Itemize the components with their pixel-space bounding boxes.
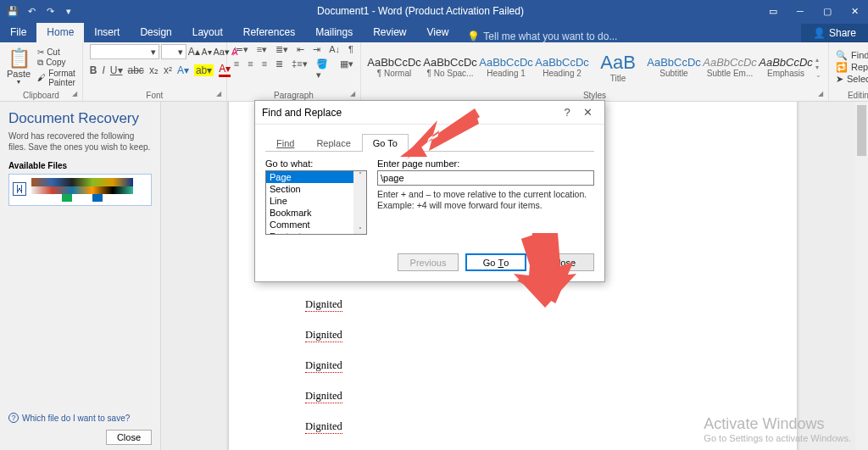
dialog-tab-goto[interactable]: Go To	[362, 134, 409, 152]
justify-icon[interactable]: ≣	[275, 58, 283, 81]
dialog-close-icon[interactable]: ✕	[577, 106, 598, 119]
dialog-tabs: Find Replace Go To	[265, 133, 594, 152]
minimize-icon[interactable]: ─	[787, 0, 814, 22]
italic-button[interactable]: I	[103, 64, 105, 76]
style-normal[interactable]: AaBbCcDc¶ Normal	[368, 47, 420, 87]
chevron-down-icon[interactable]: ˅	[359, 226, 362, 234]
style-heading2[interactable]: AaBbCcDcHeading 2	[536, 47, 588, 87]
format-painter-button[interactable]: 🖌Format Painter	[37, 69, 75, 87]
align-left-icon[interactable]: ≡	[234, 58, 239, 81]
bullets-icon[interactable]: ≔▾	[234, 44, 248, 55]
paste-button[interactable]: 📋 Paste ▼	[7, 48, 31, 86]
group-font: ▾ ▾ A▴ A▾ Aa▾ A̷ B I U▾ abc x₂ x² A▾ ab▾…	[83, 42, 227, 101]
sort-icon[interactable]: A↓	[329, 44, 340, 55]
styles-gallery[interactable]: AaBbCcDc¶ Normal AaBbCcDc¶ No Spac... Aa…	[368, 45, 821, 89]
shading-icon[interactable]: 🪣▾	[316, 58, 331, 81]
multilevel-icon[interactable]: ≣▾	[275, 44, 288, 55]
style-emphasis[interactable]: AaBbCcDcEmphasis	[760, 47, 812, 87]
tab-references[interactable]: References	[233, 23, 305, 42]
numbering-icon[interactable]: ≡▾	[257, 44, 267, 55]
dialog-tab-replace[interactable]: Replace	[305, 134, 361, 152]
save-icon[interactable]: 💾	[5, 3, 20, 19]
recovery-help-link[interactable]: ?Which file do I want to save?	[8, 413, 152, 423]
grow-font-icon[interactable]: A▴	[188, 46, 200, 58]
paintbrush-icon: 🖌	[37, 73, 46, 82]
dialog-launcher-icon[interactable]: ◢	[72, 90, 77, 97]
goto-option-footnote[interactable]: Footnote	[266, 231, 366, 235]
maximize-icon[interactable]: ▢	[814, 0, 841, 22]
underline-button[interactable]: U▾	[110, 64, 123, 76]
goto-option-line[interactable]: Line	[266, 195, 366, 207]
line-spacing-icon[interactable]: ‡≡▾	[292, 58, 308, 81]
goto-what-listbox[interactable]: Page Section Line Bookmark Comment Footn…	[265, 170, 367, 235]
bold-button[interactable]: B	[90, 64, 97, 76]
dialog-launcher-icon[interactable]: ◢	[350, 90, 355, 97]
subscript-button[interactable]: x₂	[149, 64, 159, 76]
align-center-icon[interactable]: ≡	[248, 58, 253, 81]
goto-option-section[interactable]: Section	[266, 183, 366, 195]
font-size-combo[interactable]: ▾	[161, 44, 186, 59]
ribbon-tabstrip: File Home Insert Design Layout Reference…	[0, 22, 868, 42]
dialog-launcher-icon[interactable]: ◢	[818, 90, 823, 97]
copy-button[interactable]: ⧉Copy	[37, 58, 75, 68]
close-icon[interactable]: ✕	[841, 0, 868, 22]
style-nospacing[interactable]: AaBbCcDc¶ No Spac...	[424, 47, 476, 87]
tab-design[interactable]: Design	[130, 23, 181, 42]
tab-insert[interactable]: Insert	[84, 23, 130, 42]
search-icon: 🔍	[836, 50, 848, 61]
goto-option-bookmark[interactable]: Bookmark	[266, 207, 366, 219]
tab-review[interactable]: Review	[363, 23, 416, 42]
ribbon-options-icon[interactable]: ▭	[760, 0, 787, 22]
tell-me-search[interactable]: 💡 Tell me what you want to do...	[467, 31, 617, 42]
cursor-icon: ➤	[836, 74, 843, 85]
dialog-tab-find[interactable]: Find	[265, 134, 305, 152]
dialog-title: Find and Replace	[262, 107, 557, 119]
recovered-file-item[interactable]: 🅆	[8, 174, 152, 206]
tab-layout[interactable]: Layout	[182, 23, 233, 42]
borders-icon[interactable]: ▦▾	[340, 58, 353, 81]
superscript-button[interactable]: x²	[164, 64, 172, 76]
dialog-help-icon[interactable]: ?	[557, 106, 577, 119]
dialog-titlebar[interactable]: Find and Replace ? ✕	[255, 101, 604, 125]
dialog-close-button[interactable]: Close	[533, 253, 594, 271]
listbox-scrollbar[interactable]: ˄˅	[353, 171, 366, 234]
shrink-font-icon[interactable]: A▾	[202, 47, 212, 57]
tab-home[interactable]: Home	[36, 23, 84, 42]
styles-more-icon[interactable]: ▴▾⌄	[815, 56, 821, 79]
align-right-icon[interactable]: ≡	[262, 58, 267, 81]
available-files-label: Available Files	[8, 161, 152, 170]
increase-indent-icon[interactable]: ⇥	[313, 44, 320, 55]
style-subtle-em[interactable]: AaBbCcDcSubtle Em...	[704, 47, 756, 87]
scrollbar-thumb[interactable]	[857, 105, 866, 156]
style-heading1[interactable]: AaBbCcDcHeading 1	[480, 47, 532, 87]
tab-mailings[interactable]: Mailings	[305, 23, 363, 42]
cut-button[interactable]: ✂Cut	[37, 47, 75, 57]
page-number-input[interactable]	[377, 170, 594, 186]
share-button[interactable]: 👤 Share	[801, 24, 868, 42]
find-button[interactable]: 🔍Find ▾	[836, 50, 868, 61]
tab-view[interactable]: View	[417, 23, 459, 42]
select-button[interactable]: ➤Select ▾	[836, 74, 868, 85]
decrease-indent-icon[interactable]: ⇤	[297, 44, 304, 55]
dialog-launcher-icon[interactable]: ◢	[216, 90, 221, 97]
undo-icon[interactable]: ↶	[24, 3, 39, 19]
chevron-up-icon[interactable]: ˄	[359, 171, 362, 179]
recovery-close-button[interactable]: Close	[106, 430, 152, 445]
vertical-scrollbar[interactable]	[855, 102, 868, 450]
font-name-combo[interactable]: ▾	[90, 44, 159, 59]
show-marks-icon[interactable]: ¶	[348, 44, 353, 55]
redo-icon[interactable]: ↷	[42, 3, 58, 19]
replace-button[interactable]: 🔁Replace	[836, 62, 868, 73]
document-word: Dignited	[305, 420, 342, 434]
strike-button[interactable]: abc	[128, 64, 144, 76]
qat-customize-icon[interactable]: ▾	[61, 3, 76, 19]
replace-icon: 🔁	[836, 62, 848, 73]
tab-file[interactable]: File	[0, 23, 36, 42]
goto-option-comment[interactable]: Comment	[266, 219, 366, 231]
goto-button[interactable]: Go To	[465, 253, 526, 271]
text-effects-icon[interactable]: A▾	[177, 64, 189, 76]
goto-option-page[interactable]: Page	[266, 171, 366, 183]
highlight-icon[interactable]: ab▾	[194, 64, 214, 76]
style-title[interactable]: AaBTitle	[592, 47, 644, 87]
style-subtitle[interactable]: AaBbCcDcSubtitle	[648, 47, 700, 87]
